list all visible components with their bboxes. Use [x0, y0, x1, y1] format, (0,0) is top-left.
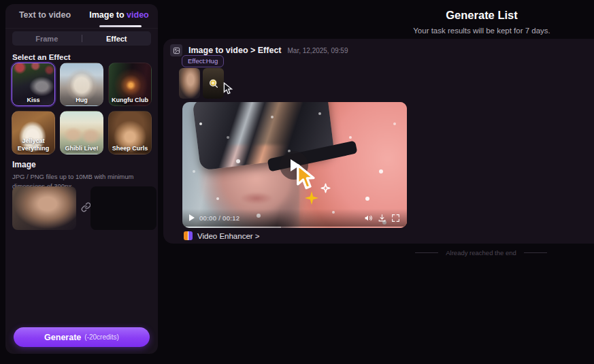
generate-button[interactable]: Generate (-20credits) — [14, 327, 150, 347]
tab-label-highlight: video — [127, 10, 149, 20]
task-breadcrumb: Image to video > Effect — [188, 46, 282, 55]
generate-list-title: Generate List — [369, 9, 594, 22]
volume-icon[interactable] — [364, 214, 373, 222]
select-effect-label: Select an Effect — [12, 53, 71, 61]
effect-label: Kiss — [12, 97, 54, 103]
input-image-2-content — [112, 186, 135, 230]
time-display: 00:00 / 00:12 — [199, 214, 240, 222]
task-input-image-2[interactable] — [203, 68, 224, 99]
player-play-icon[interactable] — [189, 214, 195, 221]
zoom-in-icon — [208, 78, 219, 89]
generate-button-credits: (-20credits) — [84, 333, 119, 341]
effect-tile-kiss[interactable]: Kiss — [12, 63, 55, 106]
end-divider-right — [524, 252, 547, 253]
image-section-title: Image — [12, 160, 36, 169]
task-input-image-1[interactable] — [179, 68, 200, 99]
fullscreen-icon[interactable] — [391, 214, 400, 222]
tab-text-to-video[interactable]: Text to video — [16, 10, 73, 20]
generate-button-label: Generate — [44, 333, 81, 342]
effect-tile-kungfu-club[interactable]: Kungfu Club — [108, 63, 152, 106]
video-enhancer-link[interactable]: Video Enhancer > — [184, 231, 260, 240]
left-panel: Text to video Image to video Frame Effec… — [5, 4, 158, 354]
effect-label: Kungfu Club — [109, 97, 151, 103]
effect-tag: Effect:Hug — [182, 55, 224, 67]
effect-tile-sheep-curls[interactable]: Sheep Curls — [108, 111, 152, 154]
video-progress-bar[interactable] — [182, 227, 407, 229]
end-of-list-message: Already reached the end — [367, 249, 594, 257]
video-enhancer-icon — [184, 231, 193, 240]
highlight-cursor-icon — [293, 163, 318, 192]
image-to-video-icon — [170, 44, 182, 56]
end-divider-left — [415, 252, 438, 253]
effect-label: Jellycat Everything — [12, 137, 54, 152]
task-card: Image to video > Effect Mar, 12,2025, 09… — [163, 39, 594, 244]
generate-list-subtitle: Your task results will be kept for 7 day… — [369, 27, 594, 35]
input-image-2[interactable] — [90, 186, 156, 230]
mode-toggle: Frame Effect — [12, 31, 151, 46]
mouse-cursor-icon — [222, 82, 233, 95]
video-player[interactable]: 00:00 / 00:12 — [182, 102, 407, 228]
tab-bar: Text to video Image to video — [5, 4, 158, 29]
effect-tile-jellycat-everything[interactable]: Jellycat Everything — [12, 111, 55, 154]
end-text: Already reached the end — [446, 249, 516, 257]
sparkle-outline-icon — [320, 183, 331, 193]
effect-grid: Kiss Hug Kungfu Club Jellycat Everything… — [12, 63, 152, 154]
tab-image-to-video[interactable]: Image to video — [86, 10, 152, 20]
effect-label: Sheep Curls — [109, 145, 151, 152]
effect-tile-hug[interactable]: Hug — [60, 63, 103, 106]
download-icon[interactable] — [378, 214, 386, 222]
task-timestamp: Mar, 12,2025, 09:59 — [288, 47, 348, 54]
video-controls: 00:00 / 00:12 — [182, 209, 407, 227]
sparkle-icon — [304, 191, 319, 205]
input-image-1[interactable] — [12, 186, 76, 230]
effect-label: Ghibli Live! — [61, 145, 103, 152]
active-tab-indicator — [99, 25, 142, 27]
video-buffer-bar — [182, 227, 281, 229]
video-enhancer-label: Video Enhancer > — [197, 232, 260, 240]
toggle-effect[interactable]: Effect — [82, 35, 152, 43]
effect-tile-ghibli-live[interactable]: Ghibli Live! — [60, 111, 103, 154]
effect-label: Hug — [61, 97, 103, 103]
generate-list-header: Generate List Your task results will be … — [369, 9, 594, 35]
link-icon — [81, 202, 91, 212]
toggle-frame[interactable]: Frame — [12, 35, 82, 43]
tab-label-prefix: Image to — [89, 10, 127, 20]
